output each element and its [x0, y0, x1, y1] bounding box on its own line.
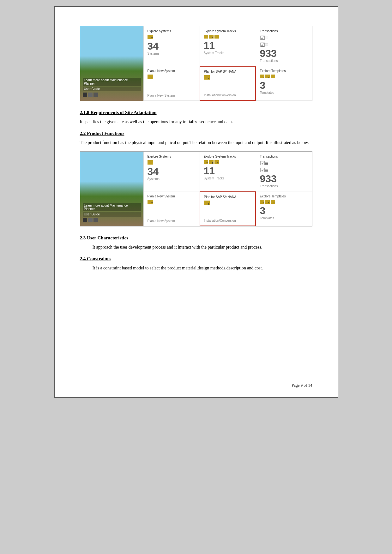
dashboard-top-row: Learn more about Maintenance Planner Use…	[80, 26, 312, 101]
page-footer: Page 9 of 14	[292, 383, 312, 388]
cell-number: 11	[204, 40, 215, 51]
cell-sublabel: Systems	[148, 52, 160, 55]
dashboard-left-panel-bottom: Learn more about Maintenance Planner Use…	[80, 152, 143, 226]
cell-icon	[148, 200, 153, 204]
section-24-body: It is a constraint based model to select…	[80, 265, 312, 272]
icon-sq-b2	[88, 218, 93, 222]
cell-sublabel: Transactions	[260, 59, 278, 63]
checklist-icon: ☑≡☑≡	[260, 35, 268, 48]
section-23-heading: 2.3 User Characteristics	[80, 235, 312, 241]
template-icon-b1	[260, 200, 264, 204]
dash-cell-explore-systems-top[interactable]: Explore Systems 34 Systems	[143, 26, 200, 66]
track-icon-1	[204, 35, 208, 39]
cell-sublabel: Transactions	[260, 184, 278, 188]
dash-cell-explore-tracks-top[interactable]: Explore System Tracks 11 System Tracks	[200, 26, 256, 66]
dash-cell-transactions-bot[interactable]: Transactions ☑≡☑≡ 933 Transactions	[256, 152, 312, 191]
cell-sublabel: Installation/Conversion	[204, 219, 236, 222]
dashboard-grid-top: Explore Systems 34 Systems Explore Syste…	[143, 26, 312, 101]
s4hana-icon	[204, 75, 210, 80]
section-22-body: The product function has the physical in…	[80, 139, 312, 146]
cell-sublabel: Plan a New System	[148, 219, 175, 223]
cell-icon	[148, 35, 153, 39]
dash-cell-plan-s4hana-bot[interactable]: Plan for SAP S/4HANA Installation/Conver…	[200, 191, 256, 226]
cell-sublabel: Templates	[260, 91, 274, 94]
cell-title: Explore Templates	[260, 69, 286, 73]
cell-icon	[260, 75, 275, 78]
template-icon-1	[260, 75, 264, 78]
cell-sublabel: System Tracks	[204, 51, 225, 55]
cell-icon	[260, 200, 275, 204]
cell-number: 11	[204, 166, 215, 176]
dashboard-bottom-row: Learn more about Maintenance Planner Use…	[80, 152, 312, 226]
cell-number: 933	[260, 48, 277, 58]
cell-icon	[148, 160, 153, 165]
cell-sublabel: Installation/Conversion	[204, 93, 236, 97]
user-guide-link-b[interactable]: User Guide	[83, 212, 141, 217]
cell-number: 3	[260, 206, 266, 216]
dash-cell-plan-new-system-top[interactable]: Plan a New System Plan a New System	[143, 66, 200, 101]
checklist-icon-b: ☑≡☑≡	[260, 160, 268, 174]
cell-title: Plan a New System	[148, 69, 175, 73]
cell-title: Plan a New System	[148, 195, 175, 198]
track-icon-2	[209, 35, 214, 39]
dashboard-top: Learn more about Maintenance Planner Use…	[80, 26, 312, 101]
icon-sq-1	[83, 93, 87, 97]
cell-icon	[204, 160, 219, 164]
dash-cell-plan-new-system-bot[interactable]: Plan a New System Plan a New System	[143, 191, 200, 226]
cell-title: Explore Systems	[148, 29, 171, 33]
cell-sublabel: Templates	[260, 216, 274, 220]
cell-title: Explore Systems	[148, 155, 171, 158]
document-page: Learn more about Maintenance Planner Use…	[54, 6, 338, 398]
cell-icon	[148, 75, 153, 79]
cell-title: Transactions	[260, 155, 278, 158]
dash-cell-explore-systems-bot[interactable]: Explore Systems 34 Systems	[143, 152, 200, 191]
cell-title: Plan for SAP S/4HANA	[204, 70, 237, 73]
left-panel-icons-b	[83, 218, 141, 222]
track-icon-b1	[204, 160, 208, 164]
cell-title: Plan for SAP S/4HANA	[204, 195, 237, 199]
track-icon-3	[214, 35, 219, 39]
template-icon-b2	[265, 200, 270, 204]
learn-more-link-b[interactable]: Learn more about Maintenance Planner	[83, 203, 141, 211]
section-218-body: It specifies the given site as well as t…	[80, 118, 312, 125]
track-icon-b2	[209, 160, 214, 164]
plan-icon	[148, 75, 153, 79]
template-icon-3	[271, 75, 275, 78]
dash-cell-transactions-top[interactable]: Transactions ☑≡☑≡ 933 Transactions	[256, 26, 312, 66]
cell-title: Explore Templates	[260, 195, 286, 198]
icon-sq-b3	[93, 218, 98, 222]
cell-sublabel: Systems	[148, 177, 160, 181]
cell-sublabel: System Tracks	[204, 177, 225, 180]
dash-cell-plan-s4hana-top[interactable]: Plan for SAP S/4HANA Installation/Conver…	[200, 66, 256, 101]
top-dashboard-image: Learn more about Maintenance Planner Use…	[80, 26, 312, 101]
cell-number: 3	[260, 80, 266, 90]
section-23-body: It approach the user development process…	[80, 244, 312, 251]
left-panel-icons	[83, 93, 141, 97]
dash-cell-explore-tracks-bot[interactable]: Explore System Tracks 11 System Tracks	[200, 152, 256, 191]
dash-cell-explore-templates-top[interactable]: Explore Templates 3 Templates	[256, 66, 312, 101]
cell-icon	[204, 35, 219, 39]
plan-icon-b	[148, 200, 153, 204]
track-icon-b3	[214, 160, 219, 164]
dash-cell-explore-templates-bot[interactable]: Explore Templates 3 Templates	[256, 191, 312, 226]
cell-title: Explore System Tracks	[204, 29, 236, 33]
user-guide-link[interactable]: User Guide	[83, 87, 141, 91]
icon-sq-b1	[83, 218, 87, 222]
icon-sq-3	[93, 93, 98, 97]
icon-sq-2	[88, 93, 93, 97]
learn-more-link[interactable]: Learn more about Maintenance Planner	[83, 78, 141, 86]
cell-icon	[204, 201, 210, 205]
s4hana-icon-b	[204, 201, 210, 205]
section-24-heading: 2.4 Constraints	[80, 256, 312, 262]
cell-icon	[204, 75, 210, 80]
cell-sublabel: Plan a New System	[148, 94, 175, 97]
cell-number: 34	[148, 166, 159, 177]
dashboard-left-panel-top: Learn more about Maintenance Planner Use…	[80, 26, 143, 101]
section-22-heading: 2.2 Product Functions	[80, 131, 312, 136]
template-icon-2	[265, 75, 270, 78]
dashboard-bottom: Learn more about Maintenance Planner Use…	[80, 151, 312, 226]
section-218-heading: 2.1.8 Requirements of Site Adaptation	[80, 110, 312, 115]
dashboard-grid-bottom: Explore Systems 34 Systems Explore Syste…	[143, 152, 312, 226]
system-icon	[148, 35, 153, 39]
cell-number: 34	[148, 41, 159, 51]
